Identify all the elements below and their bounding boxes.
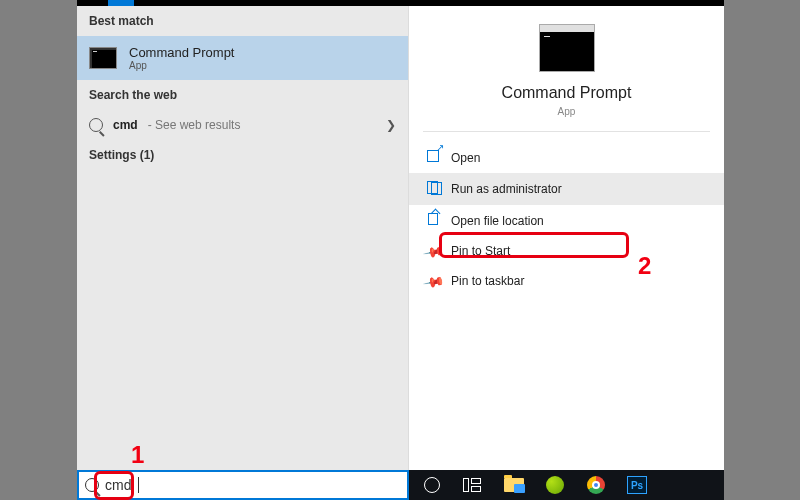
action-open-location-label: Open file location <box>451 214 544 228</box>
action-run-as-admin[interactable]: Run as administrator <box>409 173 724 205</box>
best-match-subtitle: App <box>129 60 234 71</box>
web-result-suffix: - See web results <box>148 118 241 132</box>
best-match-command-prompt[interactable]: Command Prompt App <box>77 36 408 80</box>
action-list: Open Run as administrator Open file loca… <box>409 142 724 296</box>
start-search-panel: Best match Command Prompt App Search the… <box>77 0 724 500</box>
text-caret <box>137 477 139 493</box>
file-explorer-icon[interactable] <box>495 470 533 500</box>
shield-admin-icon <box>425 181 441 197</box>
action-pin-taskbar-label: Pin to taskbar <box>451 274 524 288</box>
cortana-circle-icon[interactable] <box>413 470 451 500</box>
action-open-file-location[interactable]: Open file location <box>409 205 724 236</box>
pin-taskbar-icon: 📌 <box>422 271 443 292</box>
cmd-icon-large <box>539 24 595 72</box>
action-pin-start-label: Pin to Start <box>451 244 510 258</box>
open-icon <box>425 150 441 165</box>
coccoc-icon[interactable] <box>536 470 574 500</box>
section-search-web: Search the web <box>77 80 408 110</box>
chevron-right-icon: ❯ <box>386 118 396 132</box>
action-pin-to-start[interactable]: 📌 Pin to Start <box>409 236 724 266</box>
active-tab-accent <box>108 0 134 6</box>
pin-icon: 📌 <box>422 241 443 262</box>
action-open-label: Open <box>451 151 480 165</box>
search-icon <box>89 118 103 132</box>
details-pane: Command Prompt App Open Run as administr… <box>409 6 724 470</box>
folder-location-icon <box>425 213 441 228</box>
best-match-title: Command Prompt <box>129 45 234 60</box>
search-input-text[interactable]: cmd <box>105 477 131 493</box>
details-title: Command Prompt <box>409 84 724 102</box>
action-open[interactable]: Open <box>409 142 724 173</box>
taskbar-search-box[interactable]: cmd <box>77 470 409 500</box>
section-best-match: Best match <box>77 6 408 36</box>
chrome-icon[interactable] <box>577 470 615 500</box>
photoshop-icon[interactable]: Ps <box>618 470 656 500</box>
cmd-icon <box>89 47 117 69</box>
task-view-icon[interactable] <box>454 470 492 500</box>
details-subtitle: App <box>423 106 710 132</box>
action-pin-to-taskbar[interactable]: 📌 Pin to taskbar <box>409 266 724 296</box>
best-match-text: Command Prompt App <box>129 45 234 71</box>
content-area: Best match Command Prompt App Search the… <box>77 6 724 470</box>
results-list-pane: Best match Command Prompt App Search the… <box>77 6 409 470</box>
action-run-admin-label: Run as administrator <box>451 182 562 196</box>
web-result-query: cmd <box>113 118 138 132</box>
windows-taskbar: Ps <box>409 470 724 500</box>
web-result-cmd[interactable]: cmd - See web results ❯ <box>77 110 408 140</box>
section-settings[interactable]: Settings (1) <box>77 140 408 170</box>
search-icon <box>85 478 99 492</box>
